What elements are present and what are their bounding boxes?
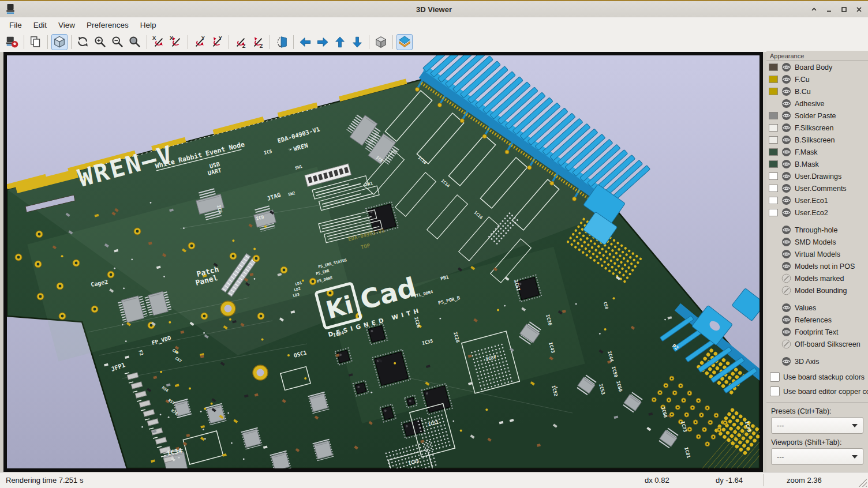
layer-label: Model Bounding [795,287,847,295]
layer-color-swatch[interactable] [769,197,778,204]
visibility-eye-icon [781,183,791,193]
checkbox-box[interactable] [770,372,780,382]
layer-visibility-toggle[interactable] [781,315,791,325]
layer-color-swatch[interactable] [769,160,778,168]
visibility-eye-icon [781,99,791,108]
layer-visibility-toggle[interactable] [781,183,791,193]
layer-color-swatch[interactable] [769,148,778,156]
toolbar-rotate-y-counterclockwise[interactable]: Y [209,34,225,50]
toolbar-rotate-z-counterclockwise[interactable]: Z [250,34,266,50]
layer-visibility-toggle[interactable] [781,159,791,169]
layer-label: SMD Models [795,238,836,246]
layer-label: Board Body [795,63,832,72]
visibility-eye-icon [781,147,791,157]
toolbar-rotate-z-clockwise[interactable]: Z [233,34,249,50]
layer-row-references: References [766,314,868,326]
pcb-3d-render: WREN—VWhite Rabbit Event NodeUSBUARTEDA-… [7,55,760,468]
layer-color-swatch[interactable] [769,112,778,119]
toolbar-copy-image[interactable] [28,34,44,50]
visibility-eye-icon [781,237,791,247]
appearance-panel-title: Appearance [766,51,868,61]
pan-right-icon [316,35,330,49]
layer-visibility-toggle[interactable] [781,208,791,217]
window-controls [808,4,865,14]
layer-visibility-toggle[interactable] [781,339,791,349]
maximize-button[interactable] [838,4,850,14]
layer-row-user-drawings: User.Drawings [766,170,868,182]
layer-visibility-toggle[interactable] [781,147,791,157]
toolbar-zoom-in[interactable] [92,34,108,50]
toolbar-rotate-x-counterclockwise[interactable]: X [168,34,184,50]
checkbox-use-board-editor-copper-colors[interactable]: Use board editor copper colors [770,386,868,396]
layer-visibility-toggle[interactable] [781,62,791,72]
toolbar-rotate-y-clockwise[interactable]: Y [192,34,208,50]
close-button[interactable] [853,4,865,14]
layer-visibility-toggle[interactable] [781,111,791,121]
layer-visibility-toggle[interactable] [781,99,791,108]
menu-edit[interactable]: Edit [28,19,53,31]
menu-view[interactable]: View [53,19,81,31]
layer-color-swatch[interactable] [769,63,778,71]
viewports-value: --- [777,453,784,461]
toolbar-pan-down[interactable] [349,34,365,50]
layer-color-swatch[interactable] [769,88,778,95]
layer-visibility-toggle[interactable] [781,356,791,366]
layer-visibility-toggle[interactable] [781,249,791,259]
shade-window-button[interactable] [808,4,820,14]
layer-visibility-toggle[interactable] [781,135,791,145]
layer-color-swatch[interactable] [769,136,778,144]
minimize-button[interactable] [823,4,835,14]
layer-visibility-toggle[interactable] [781,303,791,313]
layer-visibility-toggle[interactable] [781,87,791,96]
presets-dropdown[interactable]: --- [771,417,863,434]
layer-row-through-hole: Through-hole [766,224,868,236]
layer-color-swatch[interactable] [769,172,778,180]
layer-color-swatch[interactable] [769,209,778,216]
menu-help[interactable]: Help [134,19,162,31]
layer-visibility-toggle[interactable] [781,261,791,271]
toolbar-orthographic-projection[interactable] [373,34,389,50]
layer-row-adhesive: Adhesive [766,97,868,110]
layer-visibility-toggle[interactable] [781,286,791,295]
3d-viewer-window: 3D Viewer FileEditViewPreferencesHelp X … [0,0,868,488]
render-options: Use board stackup colorsUse board editor… [766,372,868,396]
layer-visibility-toggle[interactable] [781,74,791,84]
layer-row-user-eco2: User.Eco2 [766,207,868,219]
layer-color-swatch[interactable] [769,124,778,132]
pan-left-icon [298,35,312,49]
toolbar-appearance-layers[interactable] [396,34,413,50]
layer-visibility-toggle[interactable] [781,225,791,235]
layer-visibility-toggle[interactable] [781,273,791,283]
viewports-dropdown[interactable]: --- [771,448,863,465]
layer-visibility-toggle[interactable] [781,327,791,337]
layer-visibility-toggle[interactable] [781,171,791,181]
checkbox-box[interactable] [770,386,780,396]
checkbox-use-board-stackup-colors[interactable]: Use board stackup colors [770,372,868,382]
menu-preferences[interactable]: Preferences [81,19,134,31]
toolbar-zoom-to-fit[interactable] [127,34,143,50]
layer-color-swatch[interactable] [769,185,778,192]
toolbar-redraw[interactable] [75,34,91,50]
toolbar-rotate-x-clockwise[interactable]: X [151,34,167,50]
visibility-eye-icon [781,315,791,325]
pan-up-icon [333,35,347,49]
resize-grip[interactable] [857,477,867,487]
layer-visibility-toggle[interactable] [781,196,791,205]
layer-swatch-placeholder [769,262,778,270]
layer-row-b-silkscreen: B.Silkscreen [766,134,868,146]
toolbar-flip-board[interactable] [274,34,290,50]
toolbar-pan-left[interactable] [297,34,313,50]
toolbar-pan-right[interactable] [315,34,331,50]
3d-viewport[interactable]: WREN—VWhite Rabbit Event NodeUSBUARTEDA-… [3,52,763,472]
visibility-eye-icon [781,87,791,96]
rotate-z-clockwise-icon: Z [234,35,248,49]
menu-file[interactable]: File [3,19,28,31]
layer-visibility-toggle[interactable] [781,237,791,247]
layer-row-footprint-text: Footprint Text [766,326,868,338]
toolbar-reload-board[interactable] [4,34,20,50]
layer-visibility-toggle[interactable] [781,123,791,133]
toolbar-pan-up[interactable] [332,34,348,50]
toolbar-view-orientation-cube[interactable] [51,34,68,50]
toolbar-zoom-out[interactable] [110,34,126,50]
layer-color-swatch[interactable] [769,76,778,83]
